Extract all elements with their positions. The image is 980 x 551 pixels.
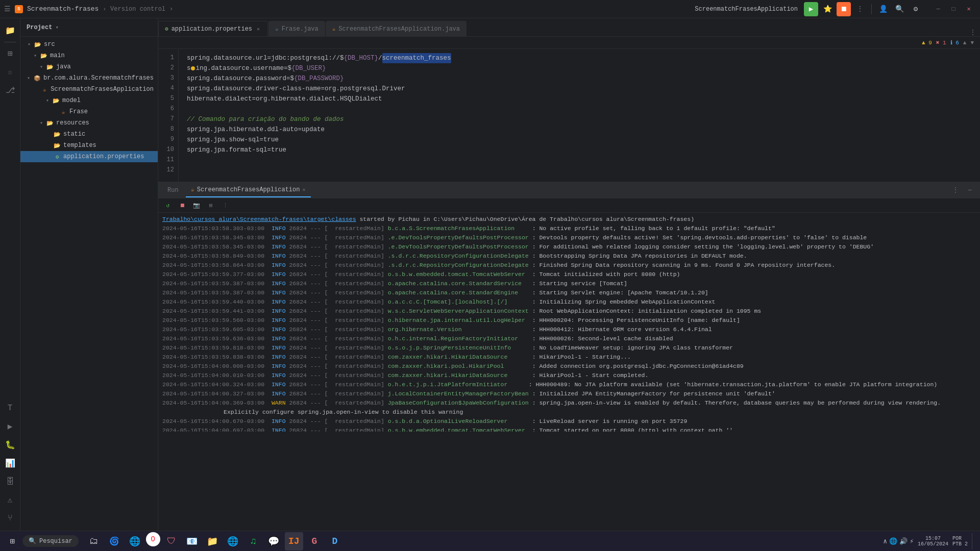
tab-app-properties[interactable]: ⚙ application.properties ✕ (158, 21, 268, 36)
run-minimize-icon[interactable]: ─ (964, 184, 976, 196)
start-button[interactable]: ⊞ (4, 533, 20, 549)
tree-item-app-class[interactable]: ☕ ScreenmatchFrasesApplication (20, 84, 158, 95)
code-text-2a: s (187, 63, 191, 73)
run-tab-close[interactable]: ✕ (302, 187, 305, 193)
run-camera-btn[interactable]: 📷 (191, 200, 202, 211)
sys-network-icon[interactable]: 🌐 (889, 537, 897, 545)
run-stop-btn[interactable]: ⏹ (177, 200, 188, 211)
taskbar-app-intellij[interactable]: IJ (285, 532, 303, 550)
console-output[interactable]: Trabalho\cursos alura\Screenmatch-frases… (158, 213, 980, 432)
maximize-button[interactable]: □ (946, 2, 961, 16)
taskbar-search[interactable]: 🔍 Pesquisar (22, 535, 79, 547)
tree-item-model[interactable]: ▾ 📂 model (20, 95, 158, 106)
taskbar-app-spotify[interactable]: ♫ (244, 532, 262, 550)
sys-chevron-icon[interactable]: ∧ (883, 537, 887, 545)
taskbar-time[interactable]: 15:07 16/05/2024 (918, 536, 948, 547)
tree-label-main: main (50, 52, 154, 59)
stop-button[interactable]: ⏹ (837, 2, 851, 16)
error-indicator: ✖ 1 (936, 39, 946, 46)
log-line-15: 2024-05-16T15:03:59.838-03:00 INFO 26824… (162, 353, 976, 362)
title-bar-right: ScreenmatchFrasesApplication ▶ ⭐ ⏹ ⋮ 👤 🔍… (691, 2, 976, 16)
bookmark-icon[interactable]: ⭐ (820, 2, 835, 16)
run-filter-btn[interactable]: ⊞ (205, 200, 216, 211)
favorites-icon[interactable]: ☆ (2, 64, 18, 80)
taskbar-app-discord[interactable]: 💬 (264, 532, 283, 550)
structure-icon[interactable]: ⊞ (2, 45, 18, 62)
problems-icon[interactable]: ⚠ (2, 492, 18, 508)
console-path-link[interactable]: Trabalho\cursos alura\Screenmatch-frases… (162, 215, 356, 224)
user-account-icon[interactable]: 👤 (876, 2, 890, 16)
title-bar-left: ☰ S Screenmatch-frases › Version control… (4, 5, 173, 13)
tab-more-button[interactable]: ⋮ (966, 29, 980, 36)
run-restart-btn[interactable]: ↺ (162, 200, 174, 211)
tab-screenmatch-app[interactable]: ☕ ScreenmatchFrasesApplication.java (326, 21, 467, 36)
taskbar-app-antivirus[interactable]: 🛡 (162, 532, 181, 550)
code-editor[interactable]: spring.datasource.url=jdbc:postgresql://… (179, 49, 980, 182)
taskbar-app-chrome[interactable]: 🌐 (126, 532, 144, 550)
taskbar-app-explorer[interactable]: 🗂 (85, 532, 103, 550)
project-view-icon[interactable]: 📁 (2, 22, 18, 39)
bottom-tab-run[interactable]: Run (162, 183, 184, 197)
sys-battery-icon[interactable]: ⚡ (910, 537, 914, 545)
database-icon[interactable]: 🗄 (2, 473, 18, 490)
bottom-tab-screenmatch[interactable]: ☕ ScreenmatchFrasesApplication ✕ (186, 183, 311, 197)
search-everywhere-icon[interactable]: 🔍 (892, 2, 906, 16)
sys-volume-icon[interactable]: 🔊 (899, 537, 908, 545)
log-line-3: 2024-05-16T15:03:58.345-03:00 INFO 26824… (162, 242, 976, 252)
log-line-8: 2024-05-16T15:03:59.387-03:00 INFO 26824… (162, 288, 976, 297)
taskbar-app-edge[interactable]: 🌐 (224, 532, 242, 550)
terminal-icon[interactable]: T (2, 400, 18, 416)
tree-item-main[interactable]: ▾ 📂 main (20, 50, 158, 61)
taskbar-app-mail[interactable]: 📧 (183, 532, 201, 550)
log-line-7: 2024-05-16T15:03:59.387-03:00 INFO 26824… (162, 279, 976, 288)
editor-content: 1 2 3 4 5 6 7 8 9 10 11 12 (158, 49, 980, 182)
code-text-1d: screenmatch_frases (382, 53, 451, 63)
scroll-up-icon[interactable]: ▲ (963, 40, 967, 46)
code-line-7: // Comando para criação do bando de dado… (187, 114, 972, 124)
scroll-down-icon[interactable]: ▼ (970, 40, 974, 46)
show-desktop-button[interactable] (972, 533, 976, 549)
more-actions-icon[interactable]: ⋮ (853, 2, 867, 16)
props-file-icon: ⚙ (53, 153, 61, 161)
log-line-17: 2024-05-16T15:04:00.010-03:00 INFO 26824… (162, 371, 976, 380)
tree-item-templates[interactable]: 📂 templates (20, 140, 158, 151)
taskbar-app-1[interactable]: 🌀 (105, 532, 124, 550)
tree-item-frase[interactable]: ☕ Frase (20, 106, 158, 117)
git-icon[interactable]: ⑂ (2, 510, 18, 527)
minimize-button[interactable]: ─ (931, 2, 945, 16)
tree-item-java[interactable]: ▾ 📂 java (20, 61, 158, 72)
run-more-btn[interactable]: ⋮ (219, 200, 231, 211)
code-empty-12 (187, 165, 191, 176)
tab-close-app-properties[interactable]: ✕ (255, 26, 261, 33)
settings-icon[interactable]: ⚙ (909, 2, 923, 16)
hamburger-menu-icon[interactable]: ☰ (4, 5, 11, 13)
run-actions-more[interactable]: ⋮ (949, 184, 962, 196)
close-button[interactable]: ✕ (962, 2, 976, 16)
profiler-icon[interactable]: 📊 (2, 455, 18, 471)
run-tool-icon[interactable]: ▶ (2, 418, 18, 435)
taskbar-lang-indicator: PORPTB 2 (952, 536, 968, 547)
tree-item-resources[interactable]: ▾ 📂 resources (20, 117, 158, 129)
vcs-icon[interactable]: ⎇ (2, 82, 18, 98)
title-bar: ☰ S Screenmatch-frases › Version control… (0, 0, 980, 18)
tree-item-static[interactable]: 📂 static (20, 129, 158, 140)
tree-item-src[interactable]: ▾ 📂 src (20, 39, 158, 50)
taskbar-app-git[interactable]: G (305, 532, 324, 550)
tree-item-app-props[interactable]: ⚙ application.properties (20, 151, 158, 162)
debug-icon[interactable]: 🐛 (2, 437, 18, 453)
taskbar-app-dev[interactable]: D (326, 532, 344, 550)
version-control-button[interactable]: Version control (110, 6, 165, 13)
panel-chevron[interactable]: ▾ (55, 24, 59, 31)
code-text-1a: spring.datasource.url=jdbc:postgresql://… (187, 53, 344, 63)
taskbar-app-files[interactable]: 📁 (203, 532, 222, 550)
taskbar-apps: 🗂 🌀 🌐 O 🛡 📧 📁 🌐 ♫ 💬 IJ G D (85, 532, 344, 550)
tree-item-package[interactable]: ▾ 📦 br.com.alura.Screenmatchfrases (20, 72, 158, 84)
code-text-1c: / (378, 53, 382, 63)
run-button[interactable]: ▶ (804, 2, 818, 16)
taskbar-app-opera[interactable]: O (146, 532, 160, 546)
tab-frase[interactable]: ☕ Frase.java (268, 21, 325, 36)
folder-icon-model: 📂 (52, 96, 60, 105)
code-line-11 (187, 155, 972, 165)
folder-icon-resources: 📂 (46, 119, 54, 127)
line-num-12: 12 (158, 165, 178, 176)
